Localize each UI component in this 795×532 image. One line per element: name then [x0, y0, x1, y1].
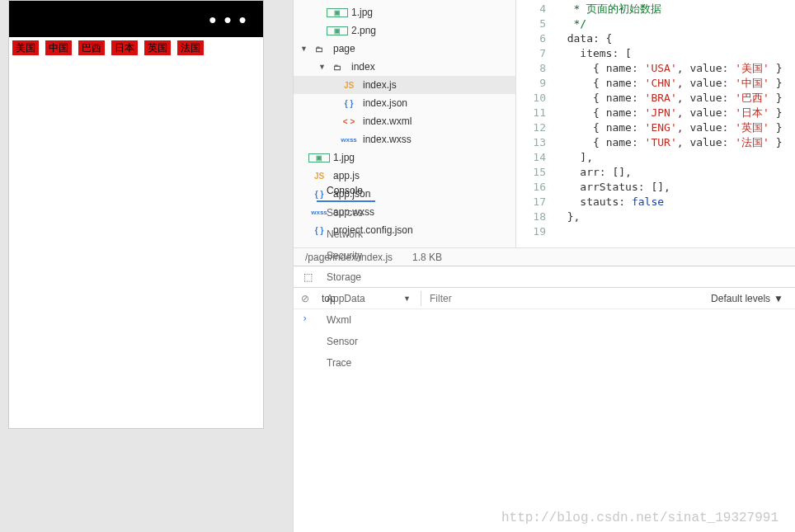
file-type-icon: { }	[338, 99, 360, 108]
console-filter-input[interactable]	[426, 291, 706, 306]
file-tree-item[interactable]: ▣1.jpg	[294, 3, 515, 21]
country-tags: 美国中国巴西日本英国法国	[9, 37, 263, 59]
file-size: 1.8 KB	[412, 252, 442, 263]
context-label: top	[322, 293, 336, 304]
file-label: index.json	[360, 97, 407, 109]
log-levels-label: Default levels	[711, 293, 770, 304]
file-type-icon: 🗀	[308, 45, 330, 54]
code-editor[interactable]: 45678910111213141516171819 * 页面的初始数据 */ …	[516, 0, 795, 247]
log-levels-selector[interactable]: Default levels ▼	[711, 293, 790, 304]
file-label: index.js	[360, 79, 397, 91]
file-label: 1.jpg	[348, 7, 373, 18]
devtools-tab-storage[interactable]: Storage	[317, 266, 375, 288]
context-selector[interactable]: top ▼	[317, 293, 416, 304]
devtools-tab-security[interactable]: Security	[317, 245, 375, 266]
file-label: 1.jpg	[330, 152, 355, 163]
file-type-icon: 🗀	[327, 63, 348, 72]
file-tree-item[interactable]: < >index.wxml	[294, 112, 515, 130]
watermark: http://blog.csdn.net/sinat_19327991	[501, 511, 779, 525]
file-type-icon: ▣	[327, 8, 348, 17]
country-tag[interactable]: 日本	[111, 40, 138, 55]
file-tree-item[interactable]: ▣2.png	[294, 21, 515, 40]
file-tree-item[interactable]: JSindex.js	[294, 76, 515, 94]
line-gutter: 45678910111213141516171819	[516, 0, 554, 247]
inspect-icon[interactable]: ⬚	[299, 271, 317, 283]
file-tree-item[interactable]: wxssindex.wxss	[294, 130, 515, 148]
file-label: index	[348, 61, 375, 73]
file-type-icon: ▣	[308, 153, 330, 162]
file-tree-item[interactable]: { }index.json	[294, 94, 515, 112]
simulator-screen: ● ● ● 美国中国巴西日本英国法国	[8, 0, 264, 429]
file-label: index.wxss	[360, 134, 412, 145]
chevron-down-icon: ▼	[774, 293, 783, 304]
file-label: 2.png	[348, 25, 376, 36]
file-type-icon: wxss	[338, 136, 360, 144]
console-prompt: ›	[302, 313, 308, 324]
chevron-down-icon: ▼	[403, 294, 411, 303]
file-type-icon: < >	[338, 117, 360, 126]
devtools: ⬚ ConsoleSourcesNetworkSecurityStorageAp…	[294, 266, 795, 532]
devtools-tab-sources[interactable]: Sources	[317, 202, 375, 224]
tree-arrow-icon: ▼	[300, 45, 308, 53]
devtools-tab-network[interactable]: Network	[317, 224, 375, 245]
file-tree-item[interactable]: ▼🗀page	[294, 40, 515, 58]
file-tree-item[interactable]: ▼🗀index	[294, 58, 515, 76]
file-type-icon: ▣	[327, 26, 348, 35]
file-label: index.wxml	[360, 115, 412, 127]
country-tag[interactable]: 法国	[177, 40, 204, 55]
country-tag[interactable]: 美国	[12, 40, 39, 55]
menu-dots-icon[interactable]: ● ● ●	[209, 12, 248, 27]
simulator-pane: ● ● ● 美国中国巴西日本英国法国	[0, 0, 293, 532]
country-tag[interactable]: 中国	[45, 40, 72, 55]
file-tree-item[interactable]: ▣1.jpg	[294, 148, 515, 167]
file-type-icon: JS	[308, 172, 330, 181]
tree-arrow-icon: ▼	[318, 63, 327, 71]
divider	[421, 291, 421, 306]
devtools-tab-console[interactable]: Console	[317, 181, 375, 202]
clear-console-icon[interactable]: ⊘	[299, 293, 312, 304]
country-tag[interactable]: 巴西	[78, 40, 105, 55]
file-type-icon: JS	[338, 81, 360, 90]
devtools-tabs: ⬚ ConsoleSourcesNetworkSecurityStorageAp…	[294, 266, 795, 288]
simulator-status-bar: ● ● ●	[9, 1, 263, 37]
console-toolbar: ⊘ top ▼ Default levels ▼	[294, 288, 795, 309]
console-body[interactable]: ›	[294, 309, 795, 532]
country-tag[interactable]: 英国	[144, 40, 171, 55]
file-label: page	[330, 43, 355, 54]
code-source[interactable]: * 页面的初始数据 */ data: { items: [ { name: 'U…	[554, 0, 795, 247]
